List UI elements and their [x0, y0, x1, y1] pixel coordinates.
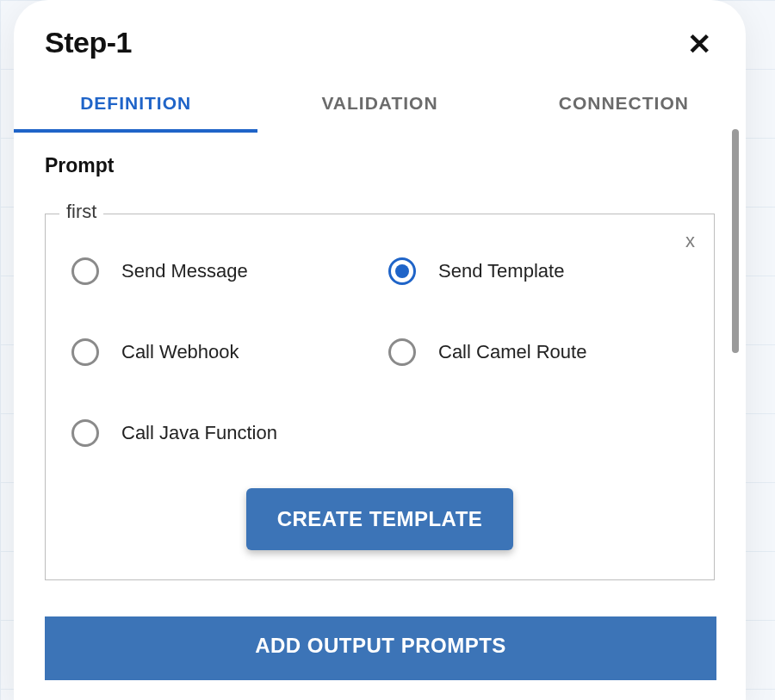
create-template-button[interactable]: CREATE TEMPLATE — [246, 488, 514, 550]
tab-validation[interactable]: VALIDATION — [257, 76, 501, 133]
fieldset-legend: first — [59, 201, 103, 223]
step-title: Step-1 — [45, 26, 132, 59]
radio-icon — [388, 338, 416, 366]
radio-call-webhook[interactable]: Call Webhook — [71, 338, 371, 366]
radio-call-java-function[interactable]: Call Java Function — [71, 419, 371, 447]
panel-header: Step-1 ✕ — [14, 26, 746, 76]
radio-label: Call Webhook — [121, 341, 239, 363]
prompt-fieldset: first x Send Message Send Template Call … — [45, 214, 715, 580]
radio-icon — [71, 419, 99, 447]
radio-icon — [71, 257, 99, 285]
add-output-prompts-button[interactable]: ADD OUTPUT PROMPTS — [45, 616, 716, 680]
radio-send-message[interactable]: Send Message — [71, 257, 371, 285]
radio-group: Send Message Send Template Call Webhook … — [71, 257, 688, 447]
radio-send-template[interactable]: Send Template — [388, 257, 688, 285]
scroll-area: Prompt first x Send Message Send Templat… — [14, 133, 746, 670]
radio-call-camel-route[interactable]: Call Camel Route — [388, 338, 688, 366]
radio-icon — [71, 338, 99, 366]
prompt-section-label: Prompt — [45, 154, 715, 177]
step-panel: Step-1 ✕ DEFINITION VALIDATION CONNECTIO… — [14, 0, 746, 700]
radio-label: Send Template — [438, 260, 564, 282]
tab-definition[interactable]: DEFINITION — [14, 76, 257, 133]
tab-connection[interactable]: CONNECTION — [502, 76, 746, 133]
radio-label: Send Message — [121, 260, 248, 282]
tabs: DEFINITION VALIDATION CONNECTION — [14, 76, 746, 133]
radio-icon — [388, 257, 416, 285]
radio-label: Call Java Function — [121, 422, 277, 444]
vertical-scrollbar[interactable] — [732, 129, 739, 353]
fieldset-close-icon[interactable]: x — [685, 230, 695, 252]
radio-label: Call Camel Route — [438, 341, 586, 363]
close-icon[interactable]: ✕ — [684, 26, 715, 62]
